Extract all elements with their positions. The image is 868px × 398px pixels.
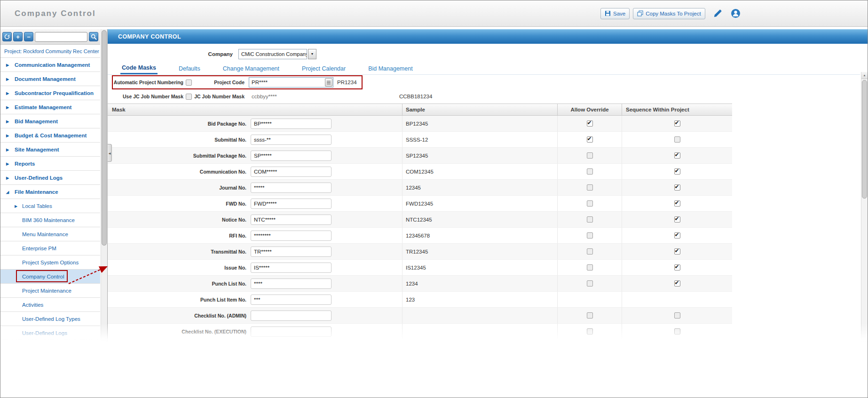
notice-no-allow-override-checkbox[interactable]: [587, 216, 593, 223]
column-header-mask: Mask: [108, 104, 402, 115]
checklist-no-admin-allow-override-checkbox[interactable]: [587, 312, 593, 318]
sidebar-item-reports[interactable]: ▶Reports: [0, 157, 100, 171]
mask-input-punch-list-item-no[interactable]: [251, 295, 331, 305]
company-dropdown-button[interactable]: ▼: [308, 49, 316, 59]
mask-row-label: Notice No.: [108, 217, 246, 223]
project-code-input[interactable]: [249, 80, 325, 85]
use-jc-job-number-mask-checkbox[interactable]: [186, 94, 192, 100]
refresh-button[interactable]: [2, 32, 12, 41]
sidebar-item-label: Subcontractor Prequalification: [15, 90, 94, 96]
tab-change-management[interactable]: Change Management: [221, 63, 281, 74]
punch-list-no-sequence-checkbox[interactable]: [674, 280, 680, 287]
rfi-no-allow-override-checkbox[interactable]: [587, 232, 593, 239]
sidebar-scrollbar-thumb[interactable]: [102, 30, 107, 246]
journal-no-sequence-checkbox[interactable]: [674, 184, 680, 191]
communication-no-sequence-checkbox[interactable]: [674, 168, 680, 175]
save-button[interactable]: Save: [600, 8, 630, 19]
sidebar-item-bid-management[interactable]: ▶Bid Management: [0, 114, 100, 128]
bid-package-no-allow-override-checkbox[interactable]: [587, 120, 593, 127]
copy-masks-to-project-button[interactable]: Copy Masks To Project: [633, 8, 705, 19]
mask-table-row-submittal-no: Submittal No.SSSS-12: [108, 132, 732, 148]
mask-table-row-fwd-no: FWD No.FWD12345: [108, 196, 732, 212]
user-profile-button[interactable]: [730, 8, 742, 20]
rfi-no-sequence-checkbox[interactable]: [674, 232, 680, 239]
mask-input-issue-no[interactable]: [251, 263, 331, 273]
mask-input-transmittal-no[interactable]: [251, 247, 331, 257]
mask-input-notice-no[interactable]: [251, 215, 331, 225]
jc-job-number-mask-label: JC Job Number Mask: [192, 94, 245, 99]
sample-cell: 1234: [402, 276, 558, 291]
checklist-no-admin-sequence-checkbox[interactable]: [674, 312, 680, 318]
sidebar-item-subcontractor-prequalification[interactable]: ▶Subcontractor Prequalification: [0, 86, 100, 100]
mask-input-submittal-no[interactable]: [251, 135, 331, 145]
sidebar-item-enterprise-pm[interactable]: Enterprise PM: [0, 241, 100, 255]
edit-page-button[interactable]: [711, 8, 724, 20]
submittal-package-no-sequence-checkbox[interactable]: [674, 152, 680, 159]
submittal-no-sequence-checkbox[interactable]: [674, 136, 680, 143]
sidebar-item-local-tables[interactable]: ▶Local Tables: [0, 199, 100, 213]
main-scrollbar-thumb[interactable]: [862, 80, 867, 199]
punch-list-no-allow-override-checkbox[interactable]: [587, 280, 593, 287]
mask-row-label: Journal No.: [108, 185, 246, 191]
expand-all-button[interactable]: +: [13, 32, 23, 41]
collapse-all-button[interactable]: −: [24, 32, 33, 41]
mask-input-bid-package-no[interactable]: [251, 119, 331, 129]
notice-no-sequence-checkbox[interactable]: [674, 216, 680, 223]
automatic-project-numbering-checkbox[interactable]: [186, 80, 192, 86]
communication-no-allow-override-checkbox[interactable]: [587, 168, 593, 175]
sample-cell: [402, 308, 558, 323]
mask-input-checklist-no-execution[interactable]: [251, 326, 331, 337]
tab-code-masks[interactable]: Code Masks: [120, 63, 158, 74]
sidebar-item-site-management[interactable]: ▶Site Management: [0, 143, 100, 157]
checklist-no-execution-allow-override-checkbox[interactable]: [587, 328, 593, 334]
tab-project-calendar[interactable]: Project Calendar: [300, 63, 347, 74]
sidebar-search-button[interactable]: [89, 32, 98, 41]
sidebar-item-project-system-options[interactable]: Project System Options: [0, 255, 100, 270]
sidebar-item-bim-360-maintenance[interactable]: BIM 360 Maintenance: [0, 213, 100, 227]
issue-no-allow-override-checkbox[interactable]: [587, 264, 593, 271]
sidebar-item-label: Bid Management: [15, 119, 58, 124]
sidebar-item-user-defined-logs[interactable]: User-Defined Logs: [0, 326, 100, 340]
mask-input-rfi-no[interactable]: [251, 231, 331, 241]
sidebar-item-estimate-management[interactable]: ▶Estimate Management: [0, 100, 100, 114]
fwd-no-allow-override-checkbox[interactable]: [587, 200, 593, 207]
sidebar-item-document-management[interactable]: ▶Document Management: [0, 72, 100, 86]
transmittal-no-allow-override-checkbox[interactable]: [587, 248, 593, 255]
sidebar-search-input[interactable]: [35, 32, 87, 42]
mask-input-checklist-no-admin[interactable]: [251, 310, 331, 321]
sidebar-item-budget-cost-management[interactable]: ▶Budget & Cost Management: [0, 128, 100, 143]
mask-input-punch-list-no[interactable]: [251, 279, 331, 289]
tab-bid-management[interactable]: Bid Management: [367, 63, 414, 74]
mask-input-journal-no[interactable]: [251, 183, 331, 193]
sidebar-item-activities[interactable]: Activities: [0, 298, 100, 312]
sidebar-item-user-defined-log-types[interactable]: User-Defined Log Types: [0, 312, 100, 326]
submittal-no-allow-override-checkbox[interactable]: [587, 136, 593, 143]
sidebar-item-user-defined-logs[interactable]: ▶User-Defined Logs: [0, 171, 100, 185]
transmittal-no-sequence-checkbox[interactable]: [674, 248, 680, 255]
sidebar-item-menu-maintenance[interactable]: Menu Maintenance: [0, 227, 100, 241]
fwd-no-sequence-checkbox[interactable]: [674, 200, 680, 207]
sequence-cell: [622, 148, 732, 163]
tab-defaults[interactable]: Defaults: [177, 63, 202, 74]
issue-no-sequence-checkbox[interactable]: [674, 264, 680, 271]
mask-row-label: Submittal Package No.: [108, 153, 246, 159]
bid-package-no-sequence-checkbox[interactable]: [674, 120, 680, 127]
mask-input-submittal-package-no[interactable]: [251, 151, 331, 161]
mask-table-row-punch-list-item-no: Punch List Item No.123: [108, 292, 732, 308]
journal-no-allow-override-checkbox[interactable]: [587, 184, 593, 191]
sidebar-item-project-maintenance[interactable]: Project Maintenance: [0, 284, 100, 298]
scroll-up-button[interactable]: ▲: [861, 72, 868, 79]
sidebar-item-company-control[interactable]: Company Control: [0, 270, 100, 284]
company-select[interactable]: CMiC Construction Company: [238, 49, 307, 59]
mask-input-fwd-no[interactable]: [251, 199, 331, 209]
sidebar-collapse-handle[interactable]: ◀: [108, 144, 112, 162]
allow-override-cell: [558, 228, 622, 243]
sidebar-item-communication-management[interactable]: ▶Communication Management: [0, 58, 100, 72]
sidebar-item-file-maintenance[interactable]: ◢File Maintenance: [0, 185, 100, 199]
sidebar-toolbar: + −: [0, 29, 100, 45]
submittal-package-no-allow-override-checkbox[interactable]: [587, 152, 593, 159]
mask-input-communication-no[interactable]: [251, 167, 331, 177]
checklist-no-execution-sequence-checkbox[interactable]: [674, 328, 680, 334]
project-code-lov-button[interactable]: [325, 78, 332, 87]
mask-row-label: Communication No.: [108, 169, 246, 175]
